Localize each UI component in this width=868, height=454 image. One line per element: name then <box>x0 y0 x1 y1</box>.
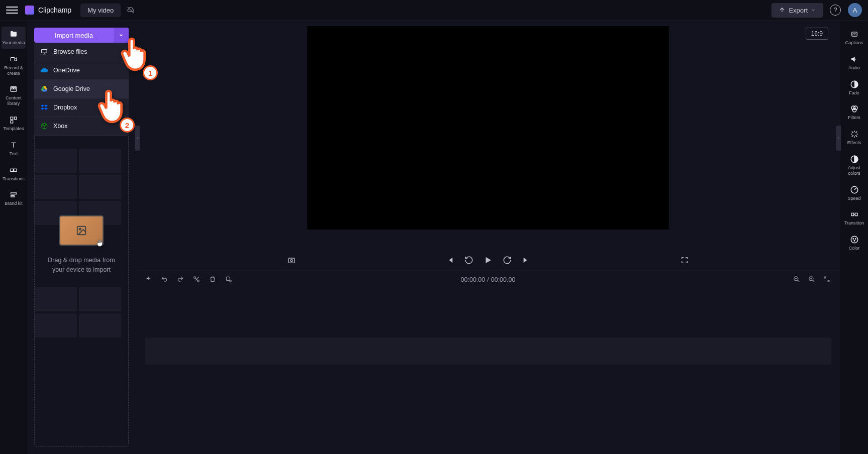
zoom-out-button[interactable] <box>793 276 801 284</box>
rightnav-captions[interactable]: CC Captions <box>842 27 867 49</box>
speed-icon <box>849 185 859 194</box>
svg-rect-8 <box>11 169 13 171</box>
svg-rect-9 <box>14 169 17 171</box>
dropdown-onedrive-label: OneDrive <box>53 67 80 74</box>
sidebar-item-text[interactable]: Text <box>2 138 26 160</box>
dropdown-dropbox[interactable]: Dropbox <box>34 98 129 117</box>
drop-text: Drag & drop media from your device to im… <box>41 256 122 275</box>
onedrive-icon <box>40 66 48 74</box>
avatar[interactable]: A <box>848 3 862 17</box>
dropdown-google-drive[interactable]: Google Drive <box>34 80 129 98</box>
sidebar-item-transitions[interactable]: Transitions <box>2 163 26 185</box>
export-label: Export <box>789 7 808 14</box>
rightnav-audio[interactable]: Audio <box>842 52 867 74</box>
chevron-left-icon <box>136 136 139 141</box>
timeline[interactable] <box>136 288 840 454</box>
collapse-right-panel[interactable] <box>836 126 841 151</box>
rightnav-fade[interactable]: Fade <box>842 77 867 99</box>
svg-rect-6 <box>14 117 17 120</box>
sidebar-item-brand-kit[interactable]: Brand kit <box>2 187 26 209</box>
rightnav-transition[interactable]: Transition <box>842 207 867 229</box>
sidebar-item-templates[interactable]: Templates <box>2 112 26 135</box>
media-panel: Import media Drag & drop media from your… <box>27 21 136 454</box>
rightnav-effects[interactable]: Effects <box>842 127 867 149</box>
menu-button[interactable] <box>6 4 18 16</box>
folder-icon <box>9 30 19 39</box>
svg-rect-18 <box>226 277 230 280</box>
svg-point-32 <box>851 236 858 243</box>
skip-forward-button[interactable] <box>521 255 531 265</box>
svg-point-11 <box>79 228 81 230</box>
timeline-timecode: 00:00.00/00:00.00 <box>461 276 516 283</box>
chevron-down-icon <box>119 33 124 38</box>
captions-icon: CC <box>849 30 859 39</box>
transitions-icon <box>9 166 19 175</box>
app-logo: Clipchamp <box>25 6 71 15</box>
video-title-field[interactable]: My video <box>80 4 121 17</box>
rightnav-filters[interactable]: Filters <box>842 101 867 124</box>
forward-button[interactable] <box>502 255 512 265</box>
delete-button[interactable] <box>209 276 217 284</box>
fullscreen-button[interactable] <box>680 255 690 265</box>
chevron-down-icon <box>811 8 816 13</box>
audio-icon <box>849 55 859 64</box>
zoom-in-button[interactable] <box>808 276 816 284</box>
svg-rect-1 <box>11 57 15 61</box>
camera-icon <box>9 55 19 64</box>
import-media-button[interactable]: Import media <box>34 28 129 43</box>
brand-icon <box>9 190 19 199</box>
skip-back-button[interactable] <box>445 255 455 265</box>
snapshot-button[interactable] <box>286 255 297 265</box>
color-icon <box>849 235 859 244</box>
clipchamp-logo-icon <box>25 6 34 15</box>
svg-point-27 <box>852 108 856 112</box>
collapse-left-panel[interactable] <box>135 126 140 151</box>
magic-button[interactable] <box>145 276 153 284</box>
play-button[interactable] <box>483 255 493 265</box>
ripple-button[interactable] <box>225 276 233 284</box>
svg-rect-12 <box>42 49 47 53</box>
templates-icon <box>9 116 19 125</box>
svg-point-34 <box>855 239 856 240</box>
svg-rect-5 <box>11 117 13 120</box>
sidebar-item-your-media[interactable]: Your media <box>2 27 26 49</box>
rightnav-adjust-colors[interactable]: Adjust colors <box>842 152 867 179</box>
svg-rect-31 <box>855 213 857 216</box>
display-icon <box>40 48 48 56</box>
left-sidebar: Your media Record & create Content libra… <box>0 21 27 454</box>
svg-rect-14 <box>288 258 295 263</box>
upload-icon <box>779 7 786 14</box>
sidebar-item-record[interactable]: Record & create <box>2 52 26 79</box>
help-button[interactable]: ? <box>830 5 841 16</box>
video-canvas[interactable] <box>307 26 669 230</box>
rewind-button[interactable] <box>464 255 474 265</box>
import-dropdown: Browse files OneDrive Google Drive Dropb… <box>34 43 129 136</box>
transition-icon <box>849 210 859 219</box>
contrast-icon <box>849 155 859 164</box>
svg-rect-3 <box>12 88 13 89</box>
grab-hand-icon <box>94 238 106 249</box>
import-dropdown-toggle[interactable] <box>114 28 129 43</box>
export-button[interactable]: Export <box>771 3 823 18</box>
dropdown-onedrive[interactable]: OneDrive <box>34 61 129 80</box>
timeline-track[interactable] <box>145 337 831 365</box>
sidebar-item-content-library[interactable]: Content library <box>2 82 26 109</box>
split-button[interactable] <box>193 276 201 284</box>
svg-point-35 <box>854 241 855 242</box>
gallery-icon <box>9 85 19 94</box>
redo-button[interactable] <box>177 276 185 284</box>
svg-point-33 <box>853 239 854 240</box>
aspect-ratio-badge[interactable]: 16:9 <box>806 28 828 40</box>
undo-button[interactable] <box>161 276 169 284</box>
dropdown-xbox[interactable]: Xbox <box>34 117 129 136</box>
dropbox-icon <box>40 103 48 111</box>
preview-top: 16:9 <box>136 21 840 255</box>
dropdown-browse-files[interactable]: Browse files <box>34 43 129 61</box>
fit-timeline-button[interactable] <box>823 276 831 284</box>
rightnav-speed[interactable]: Speed <box>842 182 867 204</box>
chevron-left-icon <box>837 136 840 141</box>
rightnav-color[interactable]: Color <box>842 232 867 254</box>
xbox-icon <box>40 122 48 130</box>
svg-rect-30 <box>851 213 854 216</box>
playback-controls <box>136 250 840 270</box>
